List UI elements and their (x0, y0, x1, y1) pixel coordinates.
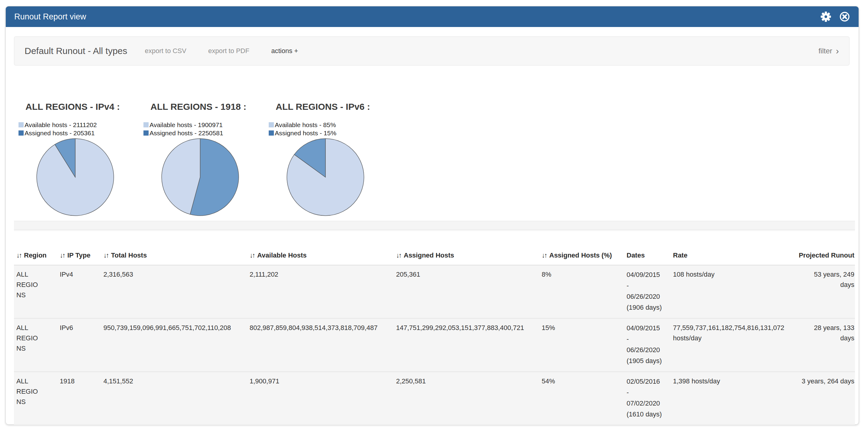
cell-assigned-pct: 8% (539, 265, 624, 318)
sort-icon: ↓↑ (17, 251, 21, 259)
col-header-assigned-hosts[interactable]: ↓↑Assigned Hosts (394, 243, 539, 265)
table-row-ipv6[interactable]: ALL REGIONS IPv6 950,739,159,096,991,665… (14, 319, 855, 372)
cell-assigned-pct: 15% (539, 319, 624, 371)
legend-swatch-available (269, 122, 274, 127)
cell-total-hosts: 950,739,159,096,991,665,751,702,110,208 (101, 319, 247, 371)
chevron-right-icon: › (836, 47, 839, 55)
cell-projected-runout: 3 years, 264 days (798, 372, 855, 425)
legend-swatch-available (19, 122, 24, 127)
filter-toggle[interactable]: filter › (818, 47, 839, 55)
legend-item-assigned: Assigned hosts - 205361 (19, 129, 144, 137)
legend-item-available: Available hosts - 2111202 (19, 121, 144, 129)
sort-icon: ↓↑ (396, 251, 401, 259)
cell-available-hosts: 2,111,202 (247, 265, 394, 318)
cell-assigned-pct: 54% (539, 372, 624, 425)
col-header-available-hosts[interactable]: ↓↑Available Hosts (247, 243, 394, 265)
sort-icon: ↓↑ (542, 251, 547, 259)
cell-projected-runout: 28 years, 133 days (798, 319, 855, 371)
cell-ip-type: 1918 (57, 372, 101, 425)
legend-swatch-available (144, 122, 149, 127)
page-title: Runout Report view (14, 12, 86, 22)
horizontal-scroll-strip[interactable] (14, 221, 855, 230)
titlebar-icons (820, 11, 850, 22)
cell-region: ALL REGIONS (14, 265, 44, 318)
cell-rate: 1,398 hosts/day (671, 372, 798, 425)
actions-menu-button[interactable]: actions + (271, 47, 298, 55)
cell-total-hosts: 2,316,563 (101, 265, 247, 318)
col-header-region[interactable]: ↓↑Region (14, 243, 57, 265)
cell-assigned-hosts: 147,751,299,292,053,151,377,883,400,721 (394, 319, 539, 371)
sort-icon: ↓↑ (250, 251, 254, 259)
export-csv-link[interactable]: export to CSV (145, 47, 187, 55)
cell-available-hosts: 1,900,971 (247, 372, 394, 425)
pie-ipv6 (286, 138, 365, 216)
col-header-ip-type[interactable]: ↓↑IP Type (57, 243, 101, 265)
filter-label: filter (818, 47, 832, 55)
legend-item-assigned: Assigned hosts - 15% (269, 129, 394, 137)
cell-rate: 108 hosts/day (671, 265, 798, 318)
cell-region: ALL REGIONS (14, 319, 44, 371)
col-header-rate: Rate (671, 243, 798, 265)
chart-legend: Available hosts - 1900971 Assigned hosts… (144, 121, 269, 137)
legend-item-assigned: Assigned hosts - 2250581 (144, 129, 269, 137)
chart-title: ALL REGIONS - IPv4 : (26, 101, 144, 112)
cell-ip-type: IPv6 (57, 319, 101, 371)
page: Runout Report view (0, 0, 868, 438)
pie-chart-1918: ALL REGIONS - 1918 : Available hosts - 1… (144, 101, 269, 216)
cell-rate: 77,559,737,161,182,754,816,131,072 hosts… (671, 319, 798, 371)
table-header-row: ↓↑Region ↓↑IP Type ↓↑Total Hosts ↓↑Avail… (14, 243, 855, 265)
table-row-ipv4[interactable]: ALL REGIONS IPv4 2,316,563 2,111,202 205… (14, 265, 855, 319)
cell-total-hosts: 4,151,552 (101, 372, 247, 425)
legend-swatch-assigned (269, 130, 274, 135)
pie-1918 (161, 138, 239, 216)
runout-table: ↓↑Region ↓↑IP Type ↓↑Total Hosts ↓↑Avail… (14, 243, 855, 426)
cell-projected-runout: 53 years, 249 days (798, 265, 855, 318)
col-header-dates: Dates (624, 243, 671, 265)
pie-chart-ipv6: ALL REGIONS - IPv6 : Available hosts - 8… (269, 101, 394, 216)
cell-dates: 02/05/2016 - 07/02/2020 (1610 days) (624, 372, 671, 425)
chart-legend: Available hosts - 85% Assigned hosts - 1… (269, 121, 394, 137)
pie-ipv4 (36, 138, 114, 216)
cell-region: ALL REGIONS (14, 372, 44, 425)
cell-assigned-hosts: 2,250,581 (394, 372, 539, 425)
col-header-assigned-pct[interactable]: ↓↑Assigned Hosts (%) (539, 243, 624, 265)
legend-swatch-assigned (144, 130, 149, 135)
runout-report-window: Runout Report view (5, 6, 859, 425)
cell-dates: 04/09/2015 - 06/26/2020 (1905 days) (624, 319, 671, 371)
col-header-total-hosts[interactable]: ↓↑Total Hosts (101, 243, 247, 265)
cell-dates: 04/09/2015 - 06/26/2020 (1906 days) (624, 265, 671, 318)
close-icon[interactable] (839, 11, 850, 22)
pie-chart-ipv4: ALL REGIONS - IPv4 : Available hosts - 2… (19, 101, 144, 216)
chart-title: ALL REGIONS - 1918 : (150, 101, 269, 112)
title-bar: Runout Report view (6, 6, 859, 27)
report-title: Default Runout - All types (25, 46, 127, 56)
sort-icon: ↓↑ (103, 251, 108, 259)
sort-icon: ↓↑ (60, 251, 65, 259)
legend-item-available: Available hosts - 1900971 (144, 121, 269, 129)
report-toolbar: Default Runout - All types export to CSV… (14, 36, 849, 65)
settings-gear-icon[interactable] (820, 11, 831, 22)
legend-item-available: Available hosts - 85% (269, 121, 394, 129)
chart-legend: Available hosts - 2111202 Assigned hosts… (19, 121, 144, 137)
cell-available-hosts: 802,987,859,804,938,514,373,818,709,487 (247, 319, 394, 371)
col-header-projected-runout: Projected Runout (798, 243, 855, 265)
cell-assigned-hosts: 205,361 (394, 265, 539, 318)
legend-swatch-assigned (19, 130, 24, 135)
export-pdf-link[interactable]: export to PDF (208, 47, 249, 55)
cell-ip-type: IPv4 (57, 265, 101, 318)
table-row-1918[interactable]: ALL REGIONS 1918 4,151,552 1,900,971 2,2… (14, 372, 855, 426)
chart-title: ALL REGIONS - IPv6 : (276, 101, 394, 112)
